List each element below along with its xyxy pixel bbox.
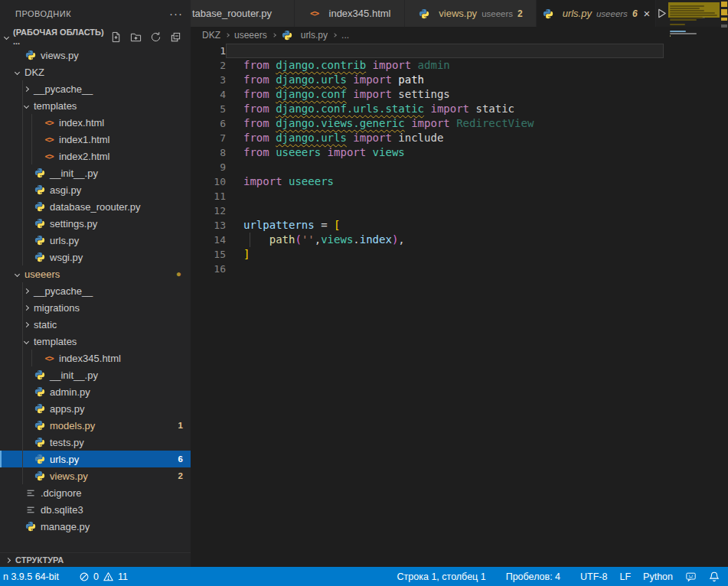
new-file-icon[interactable] [110,31,122,43]
code-line-4[interactable]: 4from django.conf import settings [191,87,728,102]
tree-item-manage.py[interactable]: manage.py [0,518,191,535]
line-number: 4 [191,87,226,102]
tree-item-index345.html[interactable]: <>index345.html [0,350,191,366]
tree-folder-templates[interactable]: templates [0,97,191,114]
workspace-section-header[interactable]: (РАБОЧАЯ ОБЛАСТЬ) ... [0,27,191,47]
code-line-8[interactable]: 8from useeers import views [191,145,728,160]
tree-item-views.py[interactable]: views.py2 [0,467,191,484]
new-folder-icon[interactable] [130,31,142,43]
tab-tabase_roouter.py[interactable]: tabase_roouter.py [191,0,295,27]
overview-ruler[interactable] [720,0,728,567]
tree-item-.dcignore[interactable]: .dcignore [0,484,191,501]
problems-status[interactable]: 0 11 [73,567,134,586]
breadcrumb-item-DKZ[interactable]: DKZ [202,30,220,41]
tab-views.py[interactable]: views.pyuseeers2 [405,0,537,27]
outline-section-header[interactable]: СТРУКТУРА [0,552,191,567]
tab-label: urls.py [563,8,592,19]
code-line-7[interactable]: 7from django.urls import include [191,131,728,145]
indent-guide [22,434,23,451]
tab-urls.py[interactable]: urls.pyuseeers6× [537,0,656,27]
minimap-line [670,10,704,11]
tree-item-index.html[interactable]: <>index.html [0,114,191,131]
explorer-more-actions-icon[interactable]: ··· [169,7,183,20]
code-line-11[interactable]: 11 [191,189,728,203]
tree-item-admin.py[interactable]: admin.py [0,383,191,400]
breadcrumb-item-urls.py[interactable]: urls.py [281,30,328,41]
tree-item-asgi.py[interactable]: asgi.py [0,181,191,198]
close-icon[interactable]: × [644,7,651,20]
line-number: 8 [191,145,226,160]
tree-folder-templates[interactable]: templates [0,333,191,350]
cursor-position-status[interactable]: Строка 1, столбец 1 [391,567,492,586]
code-line-12[interactable]: 12 [191,203,728,218]
code-line-9[interactable]: 9 [191,160,728,174]
line-content: path('',views.index), [226,233,664,247]
code-editor[interactable]: 12from django.contrib import admin3from … [191,44,728,567]
indent-guide [31,350,32,366]
tree-item-urls.py[interactable]: urls.py6 [0,451,191,467]
modified-dot: ● [176,269,191,279]
tree-item-index1.html[interactable]: <>index1.html [0,131,191,148]
code-line-15[interactable]: 15] [191,247,728,262]
tree-item-views.py[interactable]: views.py [0,47,191,63]
notifications-status[interactable] [703,567,728,586]
indent-guide [31,131,32,148]
file-name: asgi.py [50,184,81,196]
editor-group: tabase_roouter.py<>index345.htmlviews.py… [191,0,728,567]
code-line-1[interactable]: 1 [191,44,728,58]
tree-item-database_roouter.py[interactable]: database_roouter.py [0,198,191,215]
tree-item-db.sqlite3[interactable]: db.sqlite3 [0,501,191,518]
code-line-10[interactable]: 10import useeers [191,174,728,189]
tree-folder-migrations[interactable]: migrations [0,299,191,316]
tree-item-models.py[interactable]: models.py1 [0,417,191,434]
code-line-5[interactable]: 5from django.conf.urls.static import sta… [191,102,728,116]
tree-folder-useeers[interactable]: useeers● [0,265,191,282]
status-bar-right: Строка 1, столбец 1 Пробелов: 4 UTF-8 LF… [391,567,728,586]
tab-index345.html[interactable]: <>index345.html [295,0,405,27]
code-token: django.urls [276,132,347,144]
code-line-2[interactable]: 2from django.contrib import admin [191,58,728,73]
file-name: DKZ [24,67,44,78]
python-icon [24,50,37,60]
tree-folder-static[interactable]: static [0,316,191,333]
code-token: import [424,103,475,115]
code-line-3[interactable]: 3from django.urls import path [191,73,728,87]
tree-item-apps.py[interactable]: apps.py [0,400,191,417]
collapse-all-icon[interactable] [170,31,181,43]
indent-guide [22,249,23,265]
minimap-line [670,35,671,37]
tree-item-settings.py[interactable]: settings.py [0,215,191,232]
tree-item-urls.py[interactable]: urls.py [0,232,191,249]
refresh-icon[interactable] [150,31,162,43]
minimap[interactable] [668,0,720,92]
indentation-status[interactable]: Пробелов: 4 [500,567,566,586]
indent-guide [31,148,32,164]
code-line-14[interactable]: 14 path('',views.index), [191,233,728,247]
breadcrumb-item-...[interactable]: ... [341,30,349,41]
tree-item-wsgi.py[interactable]: wsgi.py [0,249,191,265]
code-line-16[interactable]: 16 [191,262,728,276]
file-name: index345.html [59,353,121,364]
breadcrumb-item-useeers[interactable]: useeers [234,30,267,41]
python-icon [418,8,430,19]
python-interpreter-status[interactable]: n 3.9.5 64-bit [0,567,65,586]
tree-item-__init__.py[interactable]: __init__.py [0,366,191,383]
eol-status[interactable]: LF [613,567,637,586]
file-name: tests.py [50,437,84,448]
feedback-status[interactable] [679,567,703,586]
tree-folder-__pycache__[interactable]: __pycache__ [0,282,191,299]
code-line-6[interactable]: 6from django.views.generic import Redire… [191,116,728,131]
tree-item-__init__.py[interactable]: __init__.py [0,164,191,181]
tree-item-tests.py[interactable]: tests.py [0,434,191,451]
run-python-file-icon[interactable] [656,8,668,19]
language-mode-status[interactable]: Python [637,567,679,586]
breadcrumb-label: ... [341,30,349,41]
code-token: from [243,73,276,86]
warning-icon [103,571,114,582]
tree-folder-__pycache__[interactable]: __pycache__ [0,80,191,97]
tree-folder-DKZ[interactable]: DKZ [0,63,191,80]
file-name: templates [34,100,77,112]
tree-item-index2.html[interactable]: <>index2.html [0,148,191,164]
encoding-status[interactable]: UTF-8 [574,567,613,586]
code-line-13[interactable]: 13urlpatterns = [ [191,218,728,233]
